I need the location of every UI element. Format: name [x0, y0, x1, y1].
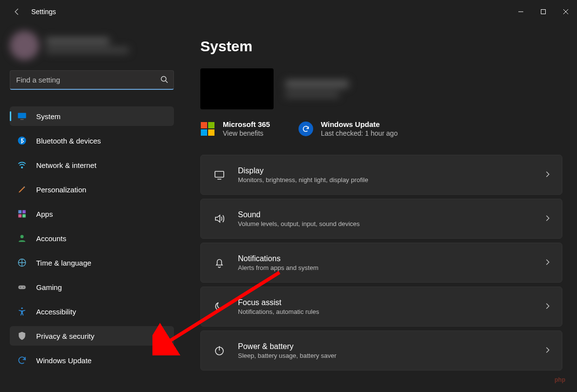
windows-update-icon [299, 122, 313, 136]
sidebar-item-system[interactable]: System [10, 106, 174, 126]
sidebar-item-label: Accessibility [36, 308, 169, 316]
sidebar-item-accessibility[interactable]: Accessibility [10, 302, 174, 321]
chevron-right-icon [544, 171, 551, 179]
card-subtitle: Sleep, battery usage, battery saver [238, 352, 533, 359]
svg-rect-11 [22, 210, 26, 214]
sidebar-item-label: Network & internet [36, 161, 169, 169]
sidebar-item-label: Gaming [36, 283, 169, 291]
gamepad-icon [17, 282, 27, 292]
card-title: Notifications [238, 254, 533, 263]
moon-icon [213, 301, 226, 312]
monitor-icon [213, 169, 226, 181]
card-subtitle: Alerts from apps and system [238, 264, 533, 271]
sidebar-item-network[interactable]: Network & internet [10, 155, 174, 175]
svg-point-17 [20, 287, 21, 288]
sidebar: System Bluetooth & devices Network & int… [0, 23, 181, 392]
main-pane: System Microsoft 365 View benefits [181, 23, 577, 392]
maximize-icon [540, 9, 546, 15]
card-title: Sound [238, 210, 533, 219]
window-controls [510, 0, 577, 23]
search-input[interactable] [10, 70, 174, 90]
svg-rect-12 [19, 214, 22, 218]
svg-point-9 [21, 167, 23, 168]
title-bar: Settings [0, 0, 577, 23]
chevron-right-icon [544, 215, 551, 223]
promo-row: Microsoft 365 View benefits Windows Upda… [200, 120, 562, 137]
sidebar-item-label: Privacy & security [36, 332, 169, 340]
shield-icon [17, 330, 27, 341]
maximize-button[interactable] [532, 0, 555, 23]
apps-icon [17, 208, 27, 219]
app-title: Settings [31, 8, 56, 16]
sidebar-item-accounts[interactable]: Accounts [10, 228, 174, 248]
sidebar-item-privacy[interactable]: Privacy & security [10, 326, 174, 346]
svg-point-8 [18, 137, 26, 145]
card-notifications[interactable]: Notifications Alerts from apps and syste… [200, 243, 562, 283]
card-power[interactable]: Power & battery Sleep, battery usage, ba… [200, 330, 562, 371]
back-arrow-icon [13, 8, 21, 16]
power-icon [213, 345, 226, 356]
chevron-right-icon [544, 303, 551, 311]
minimize-button[interactable] [510, 0, 532, 23]
svg-point-19 [21, 308, 22, 309]
display-icon [17, 111, 27, 122]
bluetooth-icon [17, 135, 27, 146]
card-title: Focus assist [238, 298, 533, 307]
promo-m365[interactable]: Microsoft 365 View benefits [200, 120, 270, 137]
svg-point-18 [23, 287, 24, 288]
speaker-icon [213, 213, 226, 225]
profile-info [46, 38, 129, 53]
watermark: php [555, 376, 565, 383]
sidebar-item-bluetooth[interactable]: Bluetooth & devices [10, 131, 174, 150]
device-info [285, 80, 349, 98]
sidebar-item-label: Apps [36, 210, 169, 218]
close-button[interactable] [555, 0, 577, 23]
sidebar-item-personalization[interactable]: Personalization [10, 180, 174, 199]
chevron-right-icon [544, 259, 551, 267]
promo-title: Microsoft 365 [223, 120, 270, 128]
promo-windows-update[interactable]: Windows Update Last checked: 1 hour ago [299, 120, 398, 137]
card-subtitle: Volume levels, output, input, sound devi… [238, 220, 533, 227]
settings-card-list: Display Monitors, brightness, night ligh… [200, 155, 562, 371]
avatar [10, 31, 39, 60]
svg-rect-7 [21, 119, 24, 120]
profile-block[interactable] [10, 23, 174, 67]
svg-rect-6 [18, 113, 26, 118]
card-focus-assist[interactable]: Focus assist Notifications, automatic ru… [200, 287, 562, 327]
card-display[interactable]: Display Monitors, brightness, night ligh… [200, 155, 562, 195]
minimize-icon [518, 9, 524, 15]
microsoft-365-icon [200, 122, 215, 136]
sidebar-item-label: Windows Update [36, 356, 169, 365]
sidebar-item-label: Accounts [36, 234, 169, 243]
bell-icon [213, 257, 226, 268]
card-subtitle: Monitors, brightness, night light, displ… [238, 176, 533, 184]
sidebar-item-time[interactable]: Time & language [10, 253, 174, 272]
device-summary[interactable] [200, 68, 562, 109]
sidebar-item-label: Time & language [36, 259, 169, 267]
sidebar-item-windows-update[interactable]: Windows Update [10, 351, 174, 370]
card-subtitle: Notifications, automatic rules [238, 308, 533, 315]
device-thumbnail [200, 68, 274, 109]
sidebar-item-gaming[interactable]: Gaming [10, 277, 174, 297]
promo-title: Windows Update [321, 120, 398, 128]
update-icon [17, 355, 27, 366]
svg-rect-13 [22, 214, 26, 218]
promo-subtitle: Last checked: 1 hour ago [321, 129, 398, 137]
card-sound[interactable]: Sound Volume levels, output, input, soun… [200, 199, 562, 239]
page-title: System [200, 38, 562, 55]
person-icon [17, 233, 27, 244]
globe-clock-icon [17, 257, 27, 268]
sidebar-item-apps[interactable]: Apps [10, 204, 174, 224]
accessibility-icon [17, 306, 27, 317]
wifi-icon [17, 160, 27, 170]
card-title: Power & battery [238, 342, 533, 351]
card-title: Display [238, 166, 533, 175]
search-wrap [10, 70, 174, 90]
svg-point-14 [21, 235, 24, 238]
back-button[interactable] [10, 4, 24, 19]
promo-subtitle: View benefits [223, 129, 270, 137]
nav-list: System Bluetooth & devices Network & int… [10, 106, 174, 375]
paintbrush-icon [17, 184, 27, 195]
sidebar-item-label: Personalization [36, 186, 169, 194]
svg-rect-16 [19, 286, 26, 289]
